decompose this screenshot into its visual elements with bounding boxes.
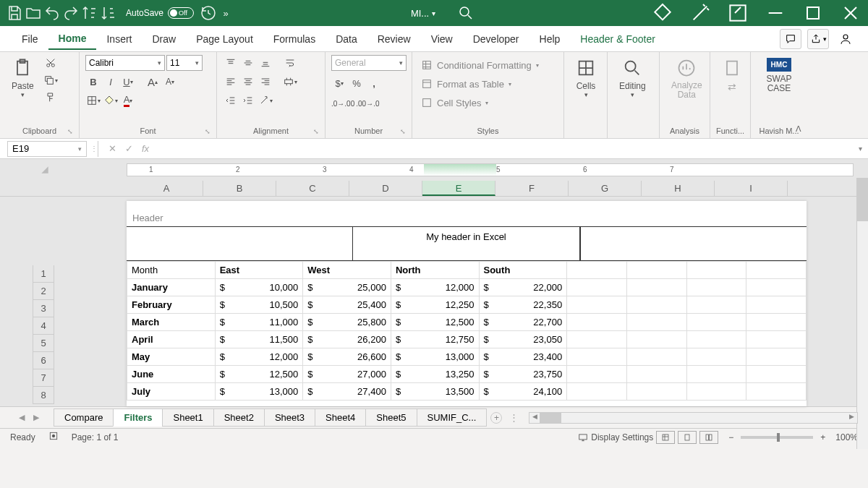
borders-icon[interactable]: ▾: [85, 93, 101, 108]
align-middle-icon[interactable]: [240, 55, 256, 71]
header-right[interactable]: [580, 226, 807, 261]
launcher-icon[interactable]: ⤡: [400, 128, 406, 135]
fill-color-icon[interactable]: ▾: [103, 93, 119, 108]
display-settings-button[interactable]: Display Settings: [578, 432, 653, 442]
value-cell[interactable]: $26,200: [303, 331, 391, 348]
value-cell[interactable]: $22,350: [479, 296, 567, 314]
empty-cell[interactable]: [746, 262, 807, 279]
increase-decimal-icon[interactable]: .0→.00: [331, 95, 354, 111]
name-box[interactable]: E19▾: [7, 141, 87, 157]
decrease-decimal-icon[interactable]: .00→.0: [356, 95, 379, 111]
row-header[interactable]: 7: [33, 369, 54, 387]
share-icon[interactable]: ▾: [807, 29, 829, 49]
decrease-indent-icon[interactable]: [223, 93, 239, 108]
editing-button[interactable]: Editing▾: [613, 55, 652, 101]
column-header[interactable]: A: [130, 181, 203, 196]
month-cell[interactable]: February: [127, 296, 216, 314]
increase-font-icon[interactable]: A▴: [145, 74, 161, 90]
empty-cell[interactable]: [626, 296, 686, 314]
vertical-scrollbar[interactable]: [856, 178, 868, 449]
launcher-icon[interactable]: ⤡: [205, 128, 210, 135]
launcher-icon[interactable]: ⤡: [313, 128, 319, 135]
cancel-formula-icon[interactable]: ✕: [109, 143, 116, 154]
table-header-cell[interactable]: West: [303, 262, 391, 279]
empty-cell[interactable]: [686, 331, 746, 348]
empty-cell[interactable]: [567, 262, 627, 279]
underline-icon[interactable]: U▾: [120, 74, 136, 90]
tab-page-layout[interactable]: Page Layout: [186, 29, 263, 49]
row-header[interactable]: 5: [33, 335, 54, 352]
row-header[interactable]: 2: [33, 283, 54, 300]
number-format-combo[interactable]: General▾: [331, 55, 407, 71]
bold-icon[interactable]: B: [85, 74, 101, 90]
value-cell[interactable]: $13,500: [391, 383, 479, 401]
value-cell[interactable]: $13,000: [391, 348, 479, 366]
zoom-slider[interactable]: [741, 436, 813, 439]
collapse-ribbon-icon[interactable]: ᐱ: [796, 124, 801, 134]
value-cell[interactable]: $11,500: [215, 331, 303, 348]
row-header[interactable]: 3: [33, 300, 54, 317]
empty-cell[interactable]: [626, 314, 686, 331]
empty-cell[interactable]: [686, 314, 746, 331]
column-header[interactable]: C: [276, 181, 349, 196]
font-size-combo[interactable]: 11▾: [166, 55, 203, 71]
column-header[interactable]: H: [642, 181, 715, 196]
month-cell[interactable]: June: [127, 366, 216, 383]
align-bottom-icon[interactable]: [258, 55, 273, 71]
empty-cell[interactable]: [567, 383, 627, 401]
zoom-level[interactable]: 100%: [835, 432, 858, 442]
value-cell[interactable]: $13,000: [215, 383, 303, 401]
sheet-tab[interactable]: Sheet1: [162, 408, 213, 427]
cells-button[interactable]: Cells▾: [570, 55, 602, 101]
empty-cell[interactable]: [746, 366, 807, 383]
italic-icon[interactable]: I: [103, 74, 119, 90]
formula-input[interactable]: [159, 141, 853, 157]
table-header-cell[interactable]: North: [391, 262, 479, 279]
view-page-break-icon[interactable]: [699, 431, 718, 444]
tab-review[interactable]: Review: [367, 29, 421, 49]
empty-cell[interactable]: [746, 296, 807, 314]
expand-formula-icon[interactable]: ▾: [853, 145, 868, 153]
autosave-toggle[interactable]: AutoSave Off: [126, 7, 194, 19]
history-icon[interactable]: [200, 4, 217, 22]
value-cell[interactable]: $12,750: [391, 331, 479, 348]
empty-cell[interactable]: [686, 279, 746, 296]
sort-asc-icon[interactable]: [81, 4, 98, 22]
table-header-cell[interactable]: Month: [127, 262, 216, 279]
view-page-layout-icon[interactable]: [678, 431, 697, 444]
value-cell[interactable]: $12,250: [391, 296, 479, 314]
value-cell[interactable]: $12,500: [215, 366, 303, 383]
tab-insert[interactable]: Insert: [96, 29, 142, 49]
fx-icon[interactable]: fx: [142, 143, 149, 154]
close-icon[interactable]: [839, 1, 862, 25]
empty-cell[interactable]: [626, 366, 686, 383]
copy-icon[interactable]: ▾: [43, 72, 59, 88]
empty-cell[interactable]: [746, 331, 807, 348]
sheet-tab[interactable]: Sheet4: [315, 408, 366, 427]
comments-icon[interactable]: [780, 29, 801, 49]
empty-cell[interactable]: [626, 262, 686, 279]
empty-cell[interactable]: [567, 331, 627, 348]
empty-cell[interactable]: [567, 314, 627, 331]
comma-icon[interactable]: ,: [366, 75, 382, 91]
tab-formulas[interactable]: Formulas: [263, 29, 326, 49]
sheet-tab[interactable]: Filters: [113, 408, 163, 427]
table-header-cell[interactable]: South: [479, 262, 567, 279]
month-cell[interactable]: April: [127, 331, 216, 348]
align-left-icon[interactable]: [223, 74, 239, 90]
font-name-combo[interactable]: Calibri▾: [85, 55, 165, 71]
column-header[interactable]: I: [715, 181, 788, 196]
empty-cell[interactable]: [686, 366, 746, 383]
value-cell[interactable]: $27,000: [303, 366, 391, 383]
tab-header-footer[interactable]: Header & Footer: [570, 29, 665, 49]
row-header[interactable]: 6: [33, 352, 54, 369]
percent-icon[interactable]: %: [349, 75, 365, 91]
font-color-icon[interactable]: A▾: [120, 93, 136, 108]
minimize-icon[interactable]: [764, 1, 787, 25]
zoom-out-icon[interactable]: −: [728, 432, 733, 442]
tab-home[interactable]: Home: [48, 28, 97, 50]
sort-desc-icon[interactable]: [100, 4, 117, 22]
swap-case-button[interactable]: HMCSWAP CASE: [757, 55, 801, 96]
search-icon[interactable]: [457, 4, 475, 22]
empty-cell[interactable]: [686, 262, 746, 279]
